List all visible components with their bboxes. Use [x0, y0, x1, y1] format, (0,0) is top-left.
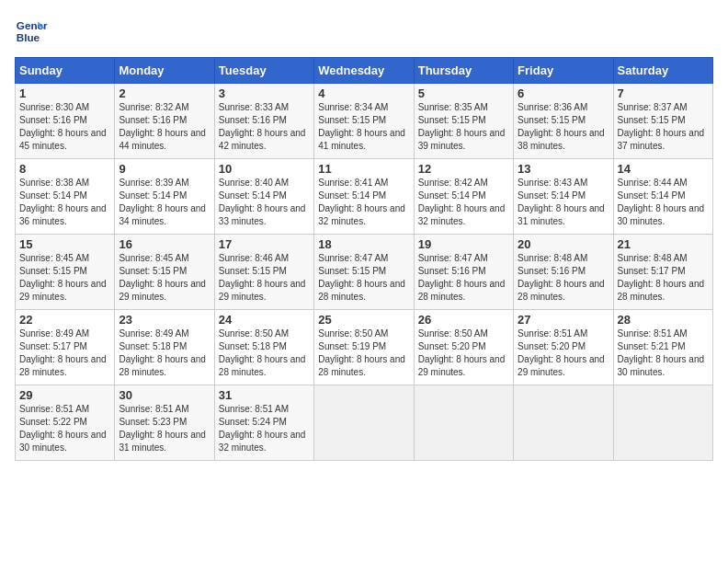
- cell-text: Sunrise: 8:44 AMSunset: 5:14 PMDaylight:…: [618, 178, 705, 226]
- day-number: 11: [318, 162, 409, 176]
- day-number: 18: [318, 237, 409, 251]
- cell-text: Sunrise: 8:51 AMSunset: 5:21 PMDaylight:…: [618, 328, 705, 377]
- calendar-cell: 13Sunrise: 8:43 AMSunset: 5:14 PMDayligh…: [514, 159, 613, 235]
- calendar-cell: [514, 385, 613, 461]
- calendar-cell: 18Sunrise: 8:47 AMSunset: 5:15 PMDayligh…: [314, 235, 414, 310]
- day-number: 4: [318, 86, 409, 100]
- svg-text:Blue: Blue: [17, 31, 40, 43]
- cell-text: Sunrise: 8:41 AMSunset: 5:14 PMDaylight:…: [318, 178, 405, 226]
- calendar-cell: 20Sunrise: 8:48 AMSunset: 5:16 PMDayligh…: [514, 235, 613, 310]
- day-number: 26: [418, 313, 509, 327]
- day-number: 28: [618, 313, 709, 327]
- calendar-cell: 21Sunrise: 8:48 AMSunset: 5:17 PMDayligh…: [613, 235, 712, 310]
- calendar-cell: 24Sunrise: 8:50 AMSunset: 5:18 PMDayligh…: [214, 310, 313, 385]
- calendar-table: SundayMondayTuesdayWednesdayThursdayFrid…: [15, 57, 713, 461]
- calendar-cell: [314, 385, 414, 461]
- day-number: 30: [119, 388, 210, 402]
- header-cell-friday: Friday: [514, 58, 613, 84]
- day-number: 7: [618, 86, 709, 100]
- calendar-cell: 30Sunrise: 8:51 AMSunset: 5:23 PMDayligh…: [115, 385, 214, 461]
- day-number: 6: [518, 86, 609, 100]
- cell-text: Sunrise: 8:49 AMSunset: 5:17 PMDaylight:…: [19, 328, 107, 377]
- cell-text: Sunrise: 8:36 AMSunset: 5:15 PMDaylight:…: [518, 102, 605, 151]
- calendar-cell: [414, 385, 513, 461]
- calendar-cell: 15Sunrise: 8:45 AMSunset: 5:15 PMDayligh…: [16, 235, 115, 310]
- calendar-cell: [613, 385, 712, 461]
- cell-text: Sunrise: 8:47 AMSunset: 5:15 PMDaylight:…: [318, 253, 405, 302]
- day-number: 24: [219, 313, 310, 327]
- logo-icon: General Blue: [15, 15, 48, 48]
- week-row-2: 8Sunrise: 8:38 AMSunset: 5:14 PMDaylight…: [16, 159, 713, 235]
- day-number: 25: [318, 313, 409, 327]
- cell-text: Sunrise: 8:50 AMSunset: 5:20 PMDaylight:…: [418, 328, 506, 377]
- day-number: 23: [119, 313, 210, 327]
- calendar-cell: 25Sunrise: 8:50 AMSunset: 5:19 PMDayligh…: [314, 310, 414, 385]
- cell-text: Sunrise: 8:32 AMSunset: 5:16 PMDaylight:…: [119, 102, 206, 151]
- cell-text: Sunrise: 8:33 AMSunset: 5:16 PMDaylight:…: [219, 102, 306, 151]
- day-number: 8: [19, 162, 110, 176]
- week-row-3: 15Sunrise: 8:45 AMSunset: 5:15 PMDayligh…: [16, 235, 713, 310]
- cell-text: Sunrise: 8:51 AMSunset: 5:20 PMDaylight:…: [518, 328, 605, 377]
- cell-text: Sunrise: 8:42 AMSunset: 5:14 PMDaylight:…: [418, 178, 506, 226]
- day-number: 16: [119, 237, 210, 251]
- calendar-cell: 12Sunrise: 8:42 AMSunset: 5:14 PMDayligh…: [414, 159, 513, 235]
- main-container: General Blue SundayMondayTuesdayWednesda…: [0, 0, 728, 468]
- day-number: 12: [418, 162, 509, 176]
- calendar-cell: 23Sunrise: 8:49 AMSunset: 5:18 PMDayligh…: [115, 310, 214, 385]
- calendar-cell: 19Sunrise: 8:47 AMSunset: 5:16 PMDayligh…: [414, 235, 513, 310]
- calendar-cell: 26Sunrise: 8:50 AMSunset: 5:20 PMDayligh…: [414, 310, 513, 385]
- header: General Blue: [15, 15, 713, 48]
- cell-text: Sunrise: 8:51 AMSunset: 5:23 PMDaylight:…: [119, 404, 206, 453]
- cell-text: Sunrise: 8:43 AMSunset: 5:14 PMDaylight:…: [518, 178, 605, 226]
- header-cell-wednesday: Wednesday: [314, 58, 414, 84]
- week-row-1: 1Sunrise: 8:30 AMSunset: 5:16 PMDaylight…: [16, 84, 713, 159]
- cell-text: Sunrise: 8:37 AMSunset: 5:15 PMDaylight:…: [618, 102, 705, 151]
- cell-text: Sunrise: 8:50 AMSunset: 5:19 PMDaylight:…: [318, 328, 405, 377]
- logo: General Blue: [15, 15, 48, 48]
- cell-text: Sunrise: 8:46 AMSunset: 5:15 PMDaylight:…: [219, 253, 306, 302]
- cell-text: Sunrise: 8:30 AMSunset: 5:16 PMDaylight:…: [19, 102, 107, 151]
- calendar-cell: 2Sunrise: 8:32 AMSunset: 5:16 PMDaylight…: [115, 84, 214, 159]
- day-number: 5: [418, 86, 509, 100]
- calendar-header-row: SundayMondayTuesdayWednesdayThursdayFrid…: [16, 58, 713, 84]
- calendar-cell: 3Sunrise: 8:33 AMSunset: 5:16 PMDaylight…: [214, 84, 313, 159]
- day-number: 27: [518, 313, 609, 327]
- day-number: 2: [119, 86, 210, 100]
- cell-text: Sunrise: 8:51 AMSunset: 5:24 PMDaylight:…: [219, 404, 306, 453]
- day-number: 29: [19, 388, 110, 402]
- calendar-cell: 1Sunrise: 8:30 AMSunset: 5:16 PMDaylight…: [16, 84, 115, 159]
- cell-text: Sunrise: 8:40 AMSunset: 5:14 PMDaylight:…: [219, 178, 306, 226]
- cell-text: Sunrise: 8:39 AMSunset: 5:14 PMDaylight:…: [119, 178, 206, 226]
- day-number: 19: [418, 237, 509, 251]
- calendar-cell: 17Sunrise: 8:46 AMSunset: 5:15 PMDayligh…: [214, 235, 313, 310]
- week-row-4: 22Sunrise: 8:49 AMSunset: 5:17 PMDayligh…: [16, 310, 713, 385]
- header-cell-tuesday: Tuesday: [214, 58, 313, 84]
- header-cell-sunday: Sunday: [16, 58, 115, 84]
- cell-text: Sunrise: 8:45 AMSunset: 5:15 PMDaylight:…: [19, 253, 107, 302]
- calendar-cell: 22Sunrise: 8:49 AMSunset: 5:17 PMDayligh…: [16, 310, 115, 385]
- header-cell-monday: Monday: [115, 58, 214, 84]
- calendar-cell: 6Sunrise: 8:36 AMSunset: 5:15 PMDaylight…: [514, 84, 613, 159]
- calendar-cell: 14Sunrise: 8:44 AMSunset: 5:14 PMDayligh…: [613, 159, 712, 235]
- day-number: 10: [219, 162, 310, 176]
- day-number: 3: [219, 86, 310, 100]
- calendar-cell: 31Sunrise: 8:51 AMSunset: 5:24 PMDayligh…: [214, 385, 313, 461]
- cell-text: Sunrise: 8:38 AMSunset: 5:14 PMDaylight:…: [19, 178, 107, 226]
- header-cell-thursday: Thursday: [414, 58, 513, 84]
- day-number: 9: [119, 162, 210, 176]
- cell-text: Sunrise: 8:45 AMSunset: 5:15 PMDaylight:…: [119, 253, 206, 302]
- day-number: 31: [219, 388, 310, 402]
- calendar-cell: 9Sunrise: 8:39 AMSunset: 5:14 PMDaylight…: [115, 159, 214, 235]
- day-number: 20: [518, 237, 609, 251]
- calendar-cell: 11Sunrise: 8:41 AMSunset: 5:14 PMDayligh…: [314, 159, 414, 235]
- calendar-cell: 29Sunrise: 8:51 AMSunset: 5:22 PMDayligh…: [16, 385, 115, 461]
- cell-text: Sunrise: 8:51 AMSunset: 5:22 PMDaylight:…: [19, 404, 107, 453]
- day-number: 21: [618, 237, 709, 251]
- day-number: 13: [518, 162, 609, 176]
- calendar-body: 1Sunrise: 8:30 AMSunset: 5:16 PMDaylight…: [16, 84, 713, 461]
- cell-text: Sunrise: 8:48 AMSunset: 5:17 PMDaylight:…: [618, 253, 705, 302]
- svg-text:General: General: [17, 19, 48, 31]
- day-number: 15: [19, 237, 110, 251]
- calendar-cell: 27Sunrise: 8:51 AMSunset: 5:20 PMDayligh…: [514, 310, 613, 385]
- cell-text: Sunrise: 8:48 AMSunset: 5:16 PMDaylight:…: [518, 253, 605, 302]
